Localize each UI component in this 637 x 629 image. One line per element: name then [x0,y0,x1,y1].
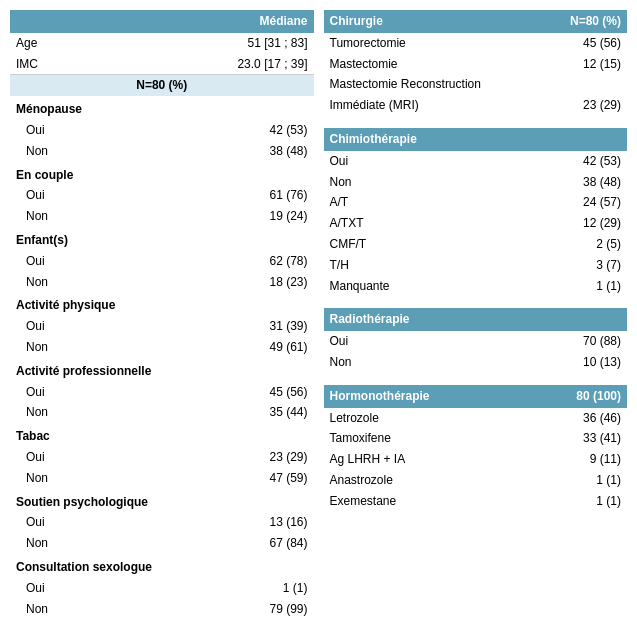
right-data-row: Oui70 (88) [324,331,628,352]
data-label: Age [10,33,116,54]
right-row-value: 33 (41) [543,428,627,449]
right-row-value [543,74,627,95]
left-row: Non19 (24) [10,206,314,227]
left-row: Consultation sexologue [10,554,314,578]
indent-value: 79 (99) [116,599,314,620]
data-value: 23.0 [17 ; 39] [116,54,314,75]
indent-value: 23 (29) [116,447,314,468]
spacer-row [324,373,628,381]
right-section-header: Chimiothérapie [324,124,628,151]
left-row: Activité physique [10,292,314,316]
section-header-label: Radiothérapie [324,304,543,331]
section-label: Consultation sexologue [10,554,314,578]
right-row-label: A/T [324,192,543,213]
left-row: Oui13 (16) [10,512,314,533]
indent-label: Oui [10,447,116,468]
right-data-row: Ag LHRH + IA9 (11) [324,449,628,470]
section-label: Enfant(s) [10,227,314,251]
right-data-row: Anastrozole1 (1) [324,470,628,491]
left-row: Non35 (44) [10,402,314,423]
right-row-value: 45 (56) [543,33,627,54]
right-row-label: Tumorectomie [324,33,543,54]
right-data-row: Letrozole36 (46) [324,408,628,429]
left-row: Activité professionnelle [10,358,314,382]
section-header-value [543,124,627,151]
right-row-label: Mastectomie [324,54,543,75]
right-column: ChirurgieN=80 (%)Tumorectomie45 (56)Mast… [324,10,628,619]
right-row-label: CMF/T [324,234,543,255]
left-row: N=80 (%) [10,75,314,96]
left-row: Ménopause [10,96,314,120]
left-header-label [10,10,116,33]
indent-label: Non [10,599,116,620]
right-row-value: 24 (57) [543,192,627,213]
indent-label: Oui [10,185,116,206]
indent-label: Non [10,206,116,227]
left-row: IMC23.0 [17 ; 39] [10,54,314,75]
indent-value: 49 (61) [116,337,314,358]
indent-value: 1 (1) [116,578,314,599]
indent-label: Non [10,533,116,554]
section-label: Activité physique [10,292,314,316]
right-data-row: Mastectomie Reconstruction [324,74,628,95]
right-row-value: 70 (88) [543,331,627,352]
right-row-value: 3 (7) [543,255,627,276]
right-row-label: Exemestane [324,491,543,512]
indent-label: Oui [10,251,116,272]
section-header-value: N=80 (%) [543,10,627,33]
right-data-row: Immédiate (MRI)23 (29) [324,95,628,116]
indent-value: 19 (24) [116,206,314,227]
section-header-label: Hormonothérapie [324,381,543,408]
indent-value: 35 (44) [116,402,314,423]
right-row-label: Non [324,352,543,373]
right-row-label: T/H [324,255,543,276]
left-row: Non38 (48) [10,141,314,162]
indent-label: Oui [10,512,116,533]
spacer-row [324,116,628,124]
indent-value: 13 (16) [116,512,314,533]
left-row: Non47 (59) [10,468,314,489]
indent-value: 38 (48) [116,141,314,162]
right-row-value: 23 (29) [543,95,627,116]
right-row-value: 10 (13) [543,352,627,373]
indent-label: Non [10,402,116,423]
indent-label: Non [10,272,116,293]
right-row-label: Letrozole [324,408,543,429]
left-row: Oui62 (78) [10,251,314,272]
section-header-value [543,304,627,331]
right-row-label: A/TXT [324,213,543,234]
indent-value: 67 (84) [116,533,314,554]
right-data-row: T/H3 (7) [324,255,628,276]
indent-value: 42 (53) [116,120,314,141]
indent-label: Oui [10,316,116,337]
left-row: Oui61 (76) [10,185,314,206]
right-row-label: Oui [324,331,543,352]
main-container: MédianeAge51 [31 ; 83]IMC23.0 [17 ; 39]N… [10,10,627,619]
left-row: Age51 [31 ; 83] [10,33,314,54]
right-row-label: Manquante [324,276,543,297]
right-section-header: ChirurgieN=80 (%) [324,10,628,33]
right-table: ChirurgieN=80 (%)Tumorectomie45 (56)Mast… [324,10,628,512]
left-row: Non67 (84) [10,533,314,554]
left-table: MédianeAge51 [31 ; 83]IMC23.0 [17 ; 39]N… [10,10,314,619]
right-data-row: Tamoxifene33 (41) [324,428,628,449]
right-section-header: Radiothérapie [324,304,628,331]
right-data-row: Oui42 (53) [324,151,628,172]
left-row: Non49 (61) [10,337,314,358]
left-column: MédianeAge51 [31 ; 83]IMC23.0 [17 ; 39]N… [10,10,314,619]
indent-value: 61 (76) [116,185,314,206]
right-row-value: 9 (11) [543,449,627,470]
indent-label: Non [10,337,116,358]
right-section-header: Hormonothérapie80 (100) [324,381,628,408]
indent-label: Non [10,141,116,162]
indent-value: 18 (23) [116,272,314,293]
right-data-row: Tumorectomie45 (56) [324,33,628,54]
right-data-row: Non10 (13) [324,352,628,373]
right-row-value: 1 (1) [543,491,627,512]
indent-value: 47 (59) [116,468,314,489]
data-value: 51 [31 ; 83] [116,33,314,54]
indent-value: 45 (56) [116,382,314,403]
right-row-label: Ag LHRH + IA [324,449,543,470]
right-data-row: CMF/T2 (5) [324,234,628,255]
left-header-row: Médiane [10,10,314,33]
